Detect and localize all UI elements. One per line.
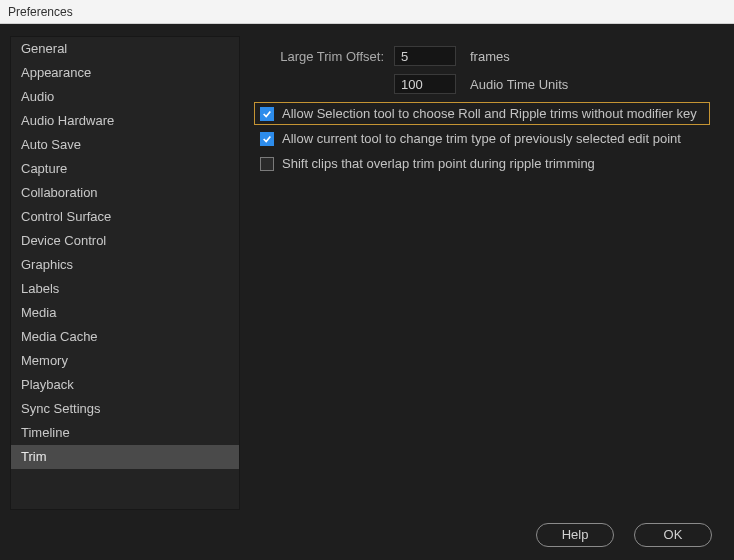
sidebar-item-media-cache[interactable]: Media Cache (11, 325, 239, 349)
sidebar-item-label: Timeline (21, 425, 70, 440)
dialog-footer: Help OK (0, 510, 734, 560)
option-row-0: Allow Selection tool to choose Roll and … (254, 102, 710, 125)
sidebar-item-audio-hardware[interactable]: Audio Hardware (11, 109, 239, 133)
sidebar-item-label: Audio (21, 89, 54, 104)
sidebar-item-label: Labels (21, 281, 59, 296)
sidebar-item-appearance[interactable]: Appearance (11, 61, 239, 85)
sidebar-item-label: Graphics (21, 257, 73, 272)
audio-time-units-row: Audio Time Units (254, 74, 710, 94)
main-panel: Large Trim Offset: frames Audio Time Uni… (240, 36, 724, 510)
sidebar-item-playback[interactable]: Playback (11, 373, 239, 397)
option-checkbox-1[interactable] (260, 132, 274, 146)
sidebar-item-trim[interactable]: Trim (11, 445, 239, 469)
sidebar-item-label: Audio Hardware (21, 113, 114, 128)
option-row-2: Shift clips that overlap trim point duri… (254, 152, 710, 175)
option-checkbox-0[interactable] (260, 107, 274, 121)
sidebar-item-label: Media Cache (21, 329, 98, 344)
sidebar-item-label: Playback (21, 377, 74, 392)
option-row-1: Allow current tool to change trim type o… (254, 127, 710, 150)
sidebar-item-label: Appearance (21, 65, 91, 80)
sidebar-item-control-surface[interactable]: Control Surface (11, 205, 239, 229)
frames-input[interactable] (394, 46, 456, 66)
sidebar-item-label: General (21, 41, 67, 56)
window-title: Preferences (8, 5, 73, 19)
sidebar-item-label: Capture (21, 161, 67, 176)
preferences-sidebar: GeneralAppearanceAudioAudio HardwareAuto… (10, 36, 240, 510)
window-titlebar: Preferences (0, 0, 734, 24)
sidebar-item-label: Memory (21, 353, 68, 368)
large-trim-offset-label: Large Trim Offset: (254, 49, 394, 64)
sidebar-item-label: Trim (21, 449, 47, 464)
sidebar-item-labels[interactable]: Labels (11, 277, 239, 301)
sidebar-item-label: Collaboration (21, 185, 98, 200)
sidebar-item-memory[interactable]: Memory (11, 349, 239, 373)
option-checkbox-2[interactable] (260, 157, 274, 171)
sidebar-item-label: Device Control (21, 233, 106, 248)
sidebar-item-timeline[interactable]: Timeline (11, 421, 239, 445)
large-trim-offset-row: Large Trim Offset: frames (254, 46, 710, 66)
sidebar-item-capture[interactable]: Capture (11, 157, 239, 181)
sidebar-item-label: Control Surface (21, 209, 111, 224)
frames-unit-label: frames (470, 49, 510, 64)
option-label-2[interactable]: Shift clips that overlap trim point duri… (282, 156, 595, 171)
sidebar-item-media[interactable]: Media (11, 301, 239, 325)
audio-time-units-label: Audio Time Units (470, 77, 568, 92)
content-area: GeneralAppearanceAudioAudio HardwareAuto… (0, 24, 734, 510)
sidebar-item-label: Auto Save (21, 137, 81, 152)
sidebar-item-audio[interactable]: Audio (11, 85, 239, 109)
sidebar-item-label: Media (21, 305, 56, 320)
sidebar-item-graphics[interactable]: Graphics (11, 253, 239, 277)
sidebar-item-device-control[interactable]: Device Control (11, 229, 239, 253)
ok-button[interactable]: OK (634, 523, 712, 547)
sidebar-item-sync-settings[interactable]: Sync Settings (11, 397, 239, 421)
option-label-1[interactable]: Allow current tool to change trim type o… (282, 131, 681, 146)
audio-time-units-input[interactable] (394, 74, 456, 94)
sidebar-item-label: Sync Settings (21, 401, 101, 416)
trim-options: Allow Selection tool to choose Roll and … (254, 102, 710, 175)
help-button[interactable]: Help (536, 523, 614, 547)
sidebar-item-general[interactable]: General (11, 37, 239, 61)
sidebar-item-auto-save[interactable]: Auto Save (11, 133, 239, 157)
option-label-0[interactable]: Allow Selection tool to choose Roll and … (282, 106, 697, 121)
sidebar-item-collaboration[interactable]: Collaboration (11, 181, 239, 205)
